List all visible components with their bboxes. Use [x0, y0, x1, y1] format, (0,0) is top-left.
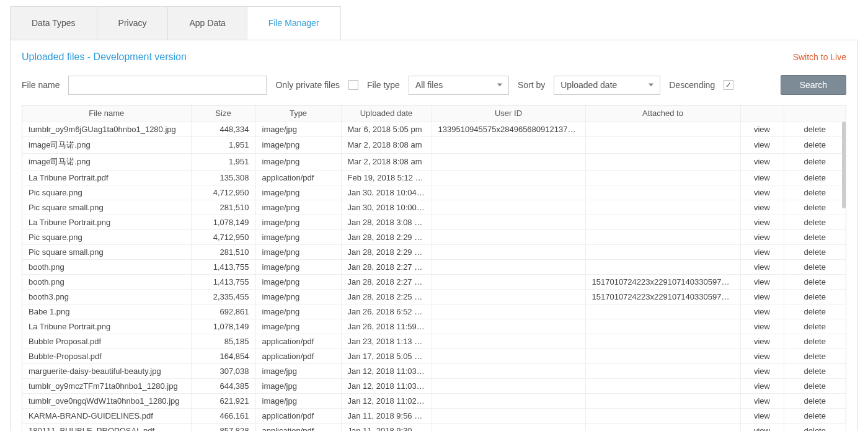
- switch-to-live-link[interactable]: Switch to Live: [793, 52, 846, 62]
- delete-link[interactable]: delete: [804, 352, 826, 361]
- view-link[interactable]: view: [754, 396, 770, 406]
- cell-user-id: [432, 319, 585, 334]
- cell-user-id: [432, 304, 585, 319]
- sort-by-select[interactable]: Uploaded date: [554, 76, 660, 95]
- view-link[interactable]: view: [754, 203, 770, 212]
- table-row: marguerite-daisy-beautiful-beauty.jpg307…: [22, 363, 846, 378]
- cell-type: image/png: [255, 259, 341, 274]
- cell-date: Jan 26, 2018 11:59 am: [341, 319, 432, 334]
- view-link[interactable]: view: [754, 173, 770, 182]
- view-link[interactable]: view: [754, 188, 770, 197]
- view-link[interactable]: view: [754, 247, 770, 257]
- view-link[interactable]: view: [754, 426, 770, 432]
- cell-user-id: [432, 215, 585, 229]
- scrollbar-thumb[interactable]: [842, 122, 846, 208]
- delete-link[interactable]: delete: [804, 262, 826, 272]
- panel-title: Uploaded files - Development version: [22, 51, 187, 63]
- view-link[interactable]: view: [754, 125, 770, 134]
- view-link[interactable]: view: [754, 233, 770, 242]
- cell-date: Mar 2, 2018 8:08 am: [341, 153, 432, 170]
- cell-attached-to: [585, 244, 740, 259]
- delete-link[interactable]: delete: [804, 307, 826, 316]
- cell-date: Jan 11, 2018 9:56 am: [341, 408, 432, 423]
- table-row: Bubble Proposal.pdf85,185application/pdf…: [22, 334, 846, 349]
- view-link[interactable]: view: [754, 277, 770, 287]
- file-type-select[interactable]: All files: [409, 76, 509, 95]
- col-user-id[interactable]: User ID: [432, 105, 585, 122]
- cell-attached-to: [585, 259, 740, 274]
- view-link[interactable]: view: [754, 262, 770, 272]
- view-link[interactable]: view: [754, 307, 770, 316]
- table-row: 180111_BUUBLE_PROPOSAL.pdf857,828applica…: [22, 423, 846, 431]
- table-row: La Tribune Portrait.pdf135,308applicatio…: [22, 170, 846, 185]
- delete-link[interactable]: delete: [804, 277, 826, 287]
- view-link[interactable]: view: [754, 292, 770, 301]
- cell-date: Jan 28, 2018 2:29 pm: [341, 244, 432, 259]
- view-link[interactable]: view: [754, 218, 770, 227]
- col-uploaded[interactable]: Uploaded date: [341, 105, 432, 122]
- cell-file-name: Bubble-Proposal.pdf: [22, 349, 191, 363]
- delete-link[interactable]: delete: [804, 157, 826, 166]
- col-type[interactable]: Type: [255, 105, 341, 122]
- tab-app-data[interactable]: App Data: [167, 6, 247, 40]
- cell-type: application/pdf: [255, 408, 341, 423]
- delete-link[interactable]: delete: [804, 247, 826, 257]
- view-link[interactable]: view: [754, 367, 770, 376]
- delete-link[interactable]: delete: [804, 381, 826, 391]
- cell-file-name: booth.png: [22, 274, 191, 289]
- file-name-input[interactable]: [68, 76, 267, 95]
- cell-type: image/jpg: [255, 122, 341, 136]
- delete-link[interactable]: delete: [804, 411, 826, 420]
- tab-data-types[interactable]: Data Types: [10, 6, 97, 40]
- view-link[interactable]: view: [754, 337, 770, 346]
- delete-link[interactable]: delete: [804, 396, 826, 406]
- delete-link[interactable]: delete: [804, 218, 826, 227]
- cell-size: 135,308: [191, 170, 255, 185]
- cell-user-id: [432, 408, 585, 423]
- view-link[interactable]: view: [754, 411, 770, 420]
- delete-link[interactable]: delete: [804, 188, 826, 197]
- col-attached-to[interactable]: Attached to: [585, 105, 740, 122]
- cell-attached-to: 1517010724223x229107140330597760: [585, 289, 740, 304]
- descending-checkbox[interactable]: [724, 80, 733, 90]
- delete-link[interactable]: delete: [804, 140, 826, 149]
- view-link[interactable]: view: [754, 381, 770, 391]
- cell-date: Jan 28, 2018 2:27 pm: [341, 274, 432, 289]
- view-link[interactable]: view: [754, 352, 770, 361]
- col-size[interactable]: Size: [191, 105, 255, 122]
- cell-size: 281,510: [191, 200, 255, 215]
- delete-link[interactable]: delete: [804, 322, 826, 331]
- cell-user-id: [432, 170, 585, 185]
- tab-privacy[interactable]: Privacy: [97, 6, 169, 40]
- col-file-name[interactable]: File name: [22, 105, 191, 122]
- delete-link[interactable]: delete: [804, 125, 826, 134]
- view-link[interactable]: view: [754, 140, 770, 149]
- view-link[interactable]: view: [754, 322, 770, 331]
- only-private-checkbox[interactable]: [348, 80, 358, 90]
- cell-file-name: tumblr_ove0ngqWdW1ta0hnbo1_1280.jpg: [22, 393, 191, 408]
- table-row: Pic square small.png281,510image/pngJan …: [22, 200, 846, 215]
- cell-type: application/pdf: [255, 349, 341, 363]
- tab-file-manager[interactable]: File Manager: [247, 6, 341, 40]
- cell-user-id: [432, 274, 585, 289]
- delete-link[interactable]: delete: [804, 292, 826, 301]
- delete-link[interactable]: delete: [804, 337, 826, 346]
- files-table-wrap: File name Size Type Uploaded date User I…: [22, 105, 846, 431]
- col-delete: [784, 105, 846, 122]
- delete-link[interactable]: delete: [804, 233, 826, 242]
- cell-type: image/png: [255, 244, 341, 259]
- cell-size: 1,413,755: [191, 259, 255, 274]
- delete-link[interactable]: delete: [804, 426, 826, 432]
- col-view: [740, 105, 784, 122]
- cell-size: 448,334: [191, 122, 255, 136]
- cell-size: 1,951: [191, 136, 255, 153]
- cell-size: 1,413,755: [191, 274, 255, 289]
- view-link[interactable]: view: [754, 157, 770, 166]
- search-button[interactable]: Search: [781, 75, 846, 95]
- cell-attached-to: [585, 170, 740, 185]
- cell-date: Mar 6, 2018 5:05 pm: [341, 122, 432, 136]
- delete-link[interactable]: delete: [804, 173, 826, 182]
- delete-link[interactable]: delete: [804, 367, 826, 376]
- table-row: image司马诺.png1,951image/pngMar 2, 2018 8:…: [22, 136, 846, 153]
- delete-link[interactable]: delete: [804, 203, 826, 212]
